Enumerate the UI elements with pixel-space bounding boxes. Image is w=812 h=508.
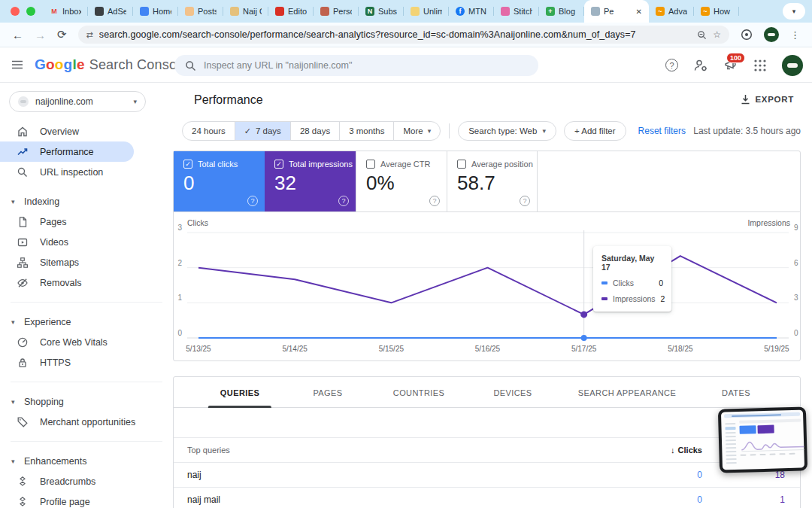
help-icon[interactable]: ? — [247, 196, 258, 206]
sidebar-item-sitemaps[interactable]: Sitemaps — [0, 252, 173, 272]
home-icon — [17, 126, 29, 138]
sidebar-item-url-inspection[interactable]: URL inspection — [0, 162, 173, 182]
tab-countries[interactable]: COUNTRIES — [393, 377, 444, 408]
window-zoom-button[interactable] — [26, 7, 35, 16]
zoom-icon[interactable] — [697, 30, 707, 40]
sidebar-section-experience[interactable]: ▾ Experience — [0, 312, 173, 332]
date-range-28-days[interactable]: 28 days — [291, 122, 340, 140]
svg-text:5/18/25: 5/18/25 — [668, 345, 693, 353]
browser-profile-avatar[interactable] — [764, 27, 779, 42]
account-avatar[interactable] — [782, 55, 803, 76]
tab-label: Naij O — [243, 7, 262, 16]
announcements-icon[interactable]: 100 — [723, 58, 738, 72]
tab-queries[interactable]: QUERIES — [220, 377, 259, 408]
sidebar-item-core-web-vitals[interactable]: Core Web Vitals — [0, 332, 173, 352]
window-controls[interactable] — [0, 0, 43, 23]
browser-tab[interactable]: Pe✕ — [584, 0, 649, 23]
screenshot-preview-thumbnail[interactable] — [718, 406, 807, 473]
caret-down-icon: ▾ — [11, 458, 17, 465]
tab-search-appearance[interactable]: SEARCH APPEARANCE — [578, 377, 676, 408]
query-cell[interactable]: naij mail — [187, 494, 620, 505]
search-type-dropdown[interactable]: Search type: Web ▾ — [458, 121, 556, 141]
tab-dates[interactable]: DATES — [722, 377, 750, 408]
browser-tab[interactable]: ~How d — [694, 0, 739, 23]
browser-tab[interactable]: Editor — [268, 0, 314, 23]
clicks-sort-header[interactable]: ↓Clicks — [620, 446, 702, 455]
url-text[interactable]: search.google.com/search-console/perform… — [99, 29, 691, 40]
export-button[interactable]: EXPORT — [741, 94, 795, 105]
checkbox-checked-icon[interactable]: ✓ — [274, 160, 283, 169]
browser-tab[interactable]: Perso — [314, 0, 359, 23]
sidebar-item-profile-page[interactable]: Profile page — [0, 491, 173, 508]
tab-pages[interactable]: PAGES — [313, 377, 342, 408]
metric-card-total-impressions[interactable]: ✓Total impressions 32 ? — [265, 151, 356, 211]
url-inspect-searchbox[interactable] — [174, 55, 538, 76]
sidebar-item-merchant-opportunities[interactable]: Merchant opportunities — [0, 412, 173, 432]
browser-tab[interactable]: fMTN N — [449, 0, 494, 23]
date-range-7-days[interactable]: ✓7 days — [235, 122, 291, 140]
filter-bar: 24 hours ✓7 days 28 days 3 months More▾ … — [182, 121, 801, 141]
hamburger-menu-icon[interactable] — [0, 58, 35, 71]
reload-button[interactable]: ⟳ — [57, 28, 67, 41]
sidebar-item-pages[interactable]: Pages — [0, 211, 173, 232]
help-icon[interactable]: ? — [520, 196, 530, 206]
browser-tab[interactable]: Home — [133, 0, 178, 23]
google-apps-grid-icon[interactable] — [753, 59, 767, 72]
browser-tab[interactable]: Posts — [178, 0, 223, 23]
address-bar[interactable]: ⇄ search.google.com/search-console/perfo… — [78, 26, 729, 44]
sidebar-item-overview[interactable]: Overview — [0, 121, 173, 141]
checkbox-unchecked-icon[interactable] — [457, 160, 466, 169]
browser-tab[interactable]: AdSen — [88, 0, 133, 23]
tab-close-icon[interactable]: ✕ — [636, 8, 642, 16]
browser-tab[interactable]: +Blog n — [539, 0, 584, 23]
tab-search-chevron-icon[interactable]: ▾ — [783, 3, 805, 20]
forward-button[interactable]: → — [35, 29, 46, 41]
reset-filters-link[interactable]: Reset filters — [638, 126, 686, 136]
sidebar-item-videos[interactable]: Videos — [0, 232, 173, 252]
table-row[interactable]: naij mail 0 1 — [174, 488, 800, 508]
browser-tab[interactable]: MInbox — [43, 0, 88, 23]
help-icon[interactable]: ? — [429, 196, 440, 206]
property-selector[interactable]: naijonline.com ▾ — [9, 91, 146, 112]
help-icon[interactable]: ? — [338, 196, 349, 206]
date-range-24-hours[interactable]: 24 hours — [183, 122, 235, 140]
browser-tab[interactable]: Stitch — [494, 0, 539, 23]
user-settings-icon[interactable] — [693, 59, 708, 72]
date-range-more[interactable]: More▾ — [394, 122, 440, 140]
back-button[interactable]: ← — [12, 29, 23, 41]
query-cell[interactable]: naij — [187, 470, 620, 480]
sidebar-item-https[interactable]: HTTPS — [0, 352, 173, 373]
metric-card-average-ctr[interactable]: Average CTR 0% ? — [356, 151, 447, 211]
performance-chart[interactable]: Clicks Impressions 392613005/13/255/14/2… — [174, 212, 800, 361]
add-filter-button[interactable]: + Add filter — [564, 121, 626, 141]
help-icon[interactable]: ? — [665, 59, 678, 71]
browser-tab[interactable]: Naij O — [223, 0, 268, 23]
site-info-icon[interactable]: ⇄ — [86, 30, 93, 40]
browser-tab[interactable]: NSubsc — [359, 0, 404, 23]
sidebar-section-enhancements[interactable]: ▾ Enhancements — [0, 452, 173, 471]
sidebar-section-indexing[interactable]: ▾ Indexing — [0, 192, 173, 211]
tab-devices[interactable]: DEVICES — [493, 377, 532, 408]
date-range-3-months[interactable]: 3 months — [340, 122, 394, 140]
browser-toolbar: ← → ⟳ ⇄ search.google.com/search-console… — [0, 23, 812, 47]
checkbox-checked-icon[interactable]: ✓ — [183, 160, 192, 169]
chart-canvas[interactable]: 392613005/13/255/14/255/15/255/16/255/17… — [174, 212, 800, 361]
checkbox-unchecked-icon[interactable] — [366, 160, 375, 169]
metric-card-average-position[interactable]: Average position 58.7 ? — [447, 151, 538, 211]
url-inspect-input[interactable] — [204, 60, 528, 71]
svg-text:5/19/25: 5/19/25 — [764, 345, 789, 353]
sidebar-item-breadcrumbs[interactable]: Breadcrumbs — [0, 471, 173, 491]
window-close-button[interactable] — [11, 7, 20, 16]
app-logo[interactable]: Google Search Console — [35, 56, 188, 73]
browser-tab[interactable]: ~Advan — [649, 0, 694, 23]
video-icon — [17, 236, 29, 248]
browser-menu-icon[interactable]: ⋮ — [790, 29, 800, 41]
table-row[interactable]: naij 0 18 — [174, 463, 800, 488]
bookmark-star-icon[interactable]: ☆ — [713, 29, 721, 40]
metric-card-total-clicks[interactable]: ✓Total clicks 0 ? — [174, 151, 265, 211]
extension-icon[interactable] — [741, 29, 753, 41]
browser-tab[interactable]: Unlim — [404, 0, 449, 23]
sidebar-item-removals[interactable]: Removals — [0, 272, 173, 293]
sidebar-section-shopping[interactable]: ▾ Shopping — [0, 392, 173, 412]
sidebar-item-performance[interactable]: Performance — [0, 141, 134, 162]
